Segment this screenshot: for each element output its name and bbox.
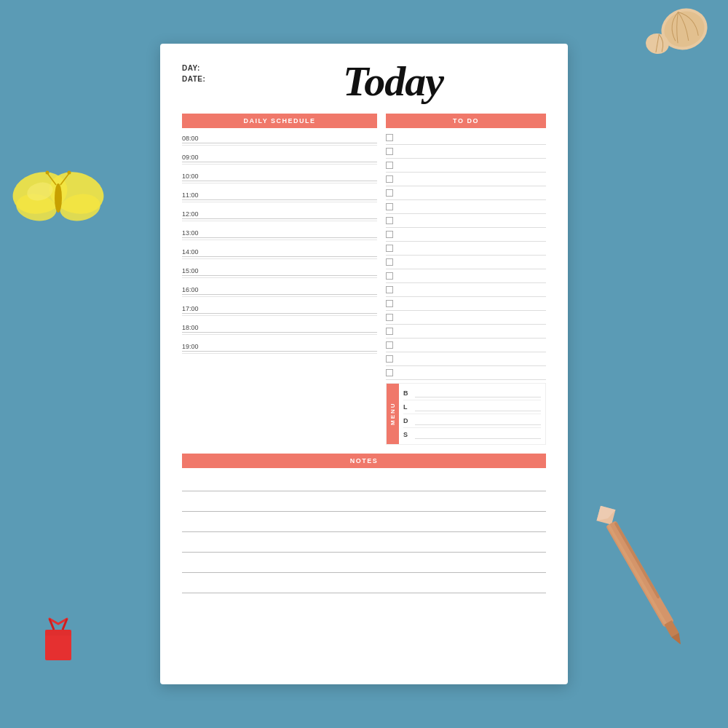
- todo-item-14: [386, 311, 546, 325]
- todo-item-1: [386, 131, 546, 145]
- schedule-row-1300: 13:00: [182, 226, 377, 245]
- menu-d-label: D: [403, 417, 411, 424]
- time-1000: 10:00: [182, 170, 377, 181]
- time-1100: 11:00: [182, 189, 377, 199]
- todo-checkbox-6[interactable]: [386, 203, 393, 210]
- butterfly-decoration: [11, 160, 106, 233]
- schedule-row-1900: 19:00: [182, 339, 377, 358]
- notes-header: NOTES: [182, 454, 546, 468]
- todo-checkbox-15[interactable]: [386, 328, 393, 335]
- time-0900: 09:00: [182, 151, 377, 162]
- planner: DAY: DATE: Today DAILY SCHEDULE 08:00 09…: [160, 44, 568, 684]
- main-columns: DAILY SCHEDULE 08:00 09:00 10:00 11:: [182, 114, 546, 445]
- todo-checkbox-9[interactable]: [386, 245, 393, 252]
- todo-checkbox-7[interactable]: [386, 217, 393, 224]
- time-1600: 16:00: [182, 284, 377, 294]
- menu-s-label: S: [403, 431, 411, 438]
- menu-b-label: B: [403, 389, 411, 397]
- menu-item-l: L: [403, 400, 541, 414]
- svg-point-4: [55, 183, 62, 213]
- todo-checkbox-1[interactable]: [386, 134, 393, 141]
- svg-point-7: [46, 171, 50, 175]
- svg-rect-19: [614, 522, 660, 599]
- todo-item-5: [386, 186, 546, 200]
- todo-column: TO DO MENU: [386, 114, 546, 445]
- schedule-row-1500: 15:00: [182, 264, 377, 282]
- todo-item-17: [386, 352, 546, 366]
- schedule-row-1400: 14:00: [182, 245, 377, 264]
- schedule-row-0800: 08:00: [182, 131, 377, 150]
- schedule-row-1800: 18:00: [182, 320, 377, 339]
- day-date-section: DAY: DATE:: [182, 64, 240, 86]
- time-1900: 19:00: [182, 341, 377, 351]
- todo-checkbox-11[interactable]: [386, 272, 393, 280]
- svg-rect-18: [607, 524, 668, 627]
- time-1700: 17:00: [182, 303, 377, 313]
- todo-item-8: [386, 228, 546, 242]
- todo-item-4: [386, 173, 546, 186]
- schedule-row-1200: 12:00: [182, 207, 377, 226]
- schedule-column: DAILY SCHEDULE 08:00 09:00 10:00 11:: [182, 114, 377, 445]
- todo-header: TO DO: [386, 114, 546, 128]
- todo-item-7: [386, 214, 546, 228]
- todo-item-9: [386, 242, 546, 256]
- time-1400: 14:00: [182, 246, 377, 256]
- todo-checkbox-8[interactable]: [386, 231, 393, 238]
- todo-checkbox-3[interactable]: [386, 162, 393, 169]
- todo-checkbox-5[interactable]: [386, 189, 393, 197]
- todo-item-10: [386, 256, 546, 269]
- notes-line-3: [182, 515, 546, 532]
- todo-checkbox-4[interactable]: [386, 175, 393, 183]
- menu-item-s: S: [403, 428, 541, 441]
- todo-item-6: [386, 200, 546, 214]
- schedule-header: DAILY SCHEDULE: [182, 114, 377, 128]
- todo-item-11: [386, 269, 546, 283]
- todo-item-18: [386, 366, 546, 380]
- binder-clip-decoration: [36, 615, 80, 666]
- notes-section: NOTES: [182, 454, 546, 599]
- menu-items: B L D S: [399, 384, 545, 444]
- notes-line-6: [182, 576, 546, 593]
- shell-top-decoration: [644, 4, 710, 62]
- schedule-row-1100: 11:00: [182, 188, 377, 207]
- todo-item-16: [386, 339, 546, 352]
- menu-label: MENU: [387, 384, 399, 444]
- todo-item-15: [386, 325, 546, 339]
- todo-item-2: [386, 145, 546, 159]
- todo-checkbox-17[interactable]: [386, 355, 393, 363]
- pen-decoration: [588, 499, 694, 652]
- notes-lines: [182, 471, 546, 599]
- schedule-row-1700: 17:00: [182, 301, 377, 320]
- todo-item-13: [386, 297, 546, 311]
- todo-checkbox-18[interactable]: [386, 369, 393, 376]
- planner-header: DAY: DATE: Today: [182, 58, 546, 105]
- menu-item-b: B: [403, 387, 541, 400]
- notes-line-4: [182, 535, 546, 553]
- svg-rect-11: [45, 630, 71, 636]
- todo-item-3: [386, 159, 546, 173]
- time-0800: 08:00: [182, 132, 377, 143]
- date-label: DATE:: [182, 75, 240, 83]
- todo-item-12: [386, 283, 546, 297]
- time-1500: 15:00: [182, 265, 377, 275]
- todo-checkbox-2[interactable]: [386, 148, 393, 155]
- todo-checkbox-16[interactable]: [386, 341, 393, 349]
- menu-item-d: D: [403, 414, 541, 428]
- svg-point-8: [68, 171, 71, 175]
- page-title: Today: [240, 58, 546, 105]
- todo-checkbox-13[interactable]: [386, 300, 393, 307]
- notes-line-5: [182, 555, 546, 573]
- todo-checkbox-14[interactable]: [386, 314, 393, 321]
- todo-checkbox-12[interactable]: [386, 286, 393, 293]
- menu-l-label: L: [403, 403, 411, 411]
- notes-line-2: [182, 494, 546, 512]
- todo-checkbox-10[interactable]: [386, 258, 393, 266]
- menu-section: MENU B L D S: [386, 383, 546, 445]
- schedule-row-1600: 16:00: [182, 282, 377, 301]
- time-1200: 12:00: [182, 208, 377, 218]
- notes-line-1: [182, 474, 546, 491]
- day-label: DAY:: [182, 64, 240, 72]
- time-1800: 18:00: [182, 322, 377, 332]
- schedule-row-1000: 10:00: [182, 169, 377, 188]
- time-1300: 13:00: [182, 227, 377, 237]
